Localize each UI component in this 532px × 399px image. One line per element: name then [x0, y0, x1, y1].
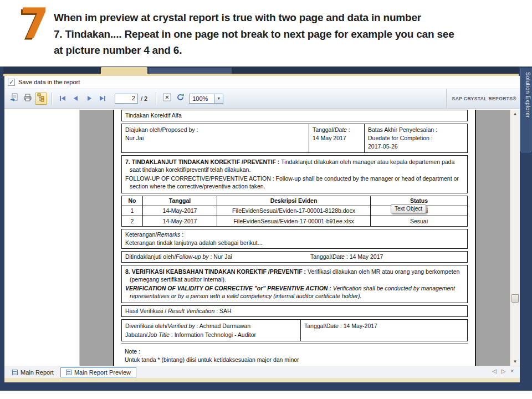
close-view-button[interactable] [161, 93, 173, 105]
note-block: Note : Untuk tanda * (bintang) diisi unt… [121, 346, 468, 365]
proposed-row: Diajukan oleh/Proposed by : Nur Jai Tang… [121, 124, 468, 153]
previous-page-button[interactable] [70, 93, 82, 105]
heading-line-1: When im preview at crystal report is tru… [54, 9, 505, 26]
current-page-input[interactable]: 2 [115, 94, 138, 104]
report-content: Tindakan Korektif Alfa Diajukan oleh/Pro… [121, 110, 468, 365]
save-data-checkbox[interactable]: ✓ [8, 79, 15, 86]
section7-indonesian: 7. TINDAKLANJUT TINDAKAN KOREKTIF /PREVE… [122, 157, 467, 175]
zoom-value[interactable]: 100% [189, 94, 214, 104]
report-page: Tindakan Korektif Alfa Diajukan oleh/Pro… [113, 110, 476, 366]
proposed-label: Diajukan oleh/Proposed by : [125, 126, 305, 134]
tab-main-report-preview[interactable]: Main Report Preview [60, 367, 136, 377]
group-tree-panel [4, 110, 80, 366]
remarks-label: Keterangan/Remarks : [125, 231, 464, 239]
table-row-1-no: 1 [122, 206, 143, 216]
verified-date-cell: Tanggal/Date : 14 May-2017 [300, 320, 467, 341]
date-label: Tanggal/Date : [313, 126, 361, 134]
scroll-up-arrow[interactable]: ▲ [510, 111, 520, 116]
print-button[interactable] [22, 93, 34, 105]
document-tab-inactive[interactable] [149, 68, 232, 74]
group-tree-icon [37, 93, 45, 104]
chevron-down-icon: ▼ [217, 96, 221, 100]
preview-area: Tindakan Korektif Alfa Diajukan oleh/Pro… [4, 110, 520, 366]
scrollbar-thumb[interactable] [511, 294, 519, 303]
scroll-down-arrow[interactable]: ▼ [510, 359, 520, 364]
proposed-cell: Diajukan oleh/Proposed by : Nur Jai [122, 124, 309, 152]
verified-by-cell: Diverifikasi oleh/Verified by : Achmad D… [122, 320, 300, 341]
slide: 7 When im preview at crystal report is t… [0, 0, 532, 399]
col-header-tanggal: Tanggal [143, 196, 217, 206]
section7-box: 7. TINDAKLANJUT TINDAKAN KOREKTIF /PREVE… [121, 155, 468, 193]
table-row-2-status: Sesuai [371, 216, 467, 226]
followup-by: Ditindaklanjuti oleh/Follow-up by : Nur … [125, 253, 232, 260]
tab-strip-nav-buttons[interactable]: ◁ ▷ × [492, 368, 515, 374]
report-icon [12, 370, 18, 375]
proposed-value: Nur Jai [125, 134, 305, 142]
zoom-dropdown-button[interactable]: ▼ [214, 94, 223, 104]
previous-page-icon [73, 94, 79, 104]
document-tab-bar [3, 66, 519, 74]
last-page-icon [99, 94, 106, 104]
viewer-toolbar: 2 / 2 100% ▼ SAP CRYSTAL REPORT [4, 88, 520, 109]
followup-row: Ditindaklanjuti oleh/Follow-up by : Nur … [121, 251, 468, 263]
next-page-icon [86, 94, 93, 104]
close-view-icon [163, 93, 171, 104]
slide-heading: When im preview at crystal report is tru… [54, 9, 505, 59]
print-icon [23, 93, 32, 104]
section8-indonesian: 8. VERIFIKASI KEABSAHAN TINDAKAN KOREKTI… [122, 267, 467, 285]
due-value: 2017-05-26 [368, 142, 464, 151]
heading-line-2: 7. Tindakan.... Repeat in one page not b… [54, 26, 505, 43]
table-row-2-tanggal: 14-May-2017 [143, 216, 217, 226]
report-title-row: Tindakan Korektif Alfa [121, 110, 468, 121]
vertical-scrollbar[interactable]: ▲ ▼ [510, 110, 520, 366]
sap-crystal-reports-brand: SAP CRYSTAL REPORTS® [446, 89, 516, 108]
first-page-icon [59, 94, 66, 104]
proposed-date-cell: Tanggal/Date : 14 May 2017 [309, 124, 364, 152]
tab-main-report[interactable]: Main Report [7, 367, 59, 377]
duedate-cell: Batas Akhir Penyelesaian : Duedate for C… [364, 124, 467, 152]
toggle-group-tree-button[interactable] [35, 93, 47, 105]
zoom-combo[interactable]: 100% ▼ [189, 94, 223, 104]
table-row-2-deskripsi: FileEvidenSesuai/Eviden-17-00001-b91ee.x… [217, 216, 371, 226]
table-row-2-no: 2 [122, 216, 143, 226]
viewer-content: ✓ Save data in the report [4, 76, 520, 382]
verified-jabatan: Jabatan/Job Title : Information Technolo… [125, 330, 297, 339]
note-text: Untuk tanda * (bintang) diisi untuk keti… [125, 356, 464, 364]
hasil-verifikasi-row: Hasil Verifikasi / Result Verification :… [121, 305, 468, 317]
refresh-button[interactable] [174, 93, 186, 105]
save-data-label: Save data in the report [18, 79, 80, 85]
right-rail: Solution Explorer [520, 66, 532, 391]
col-header-no: No [122, 196, 143, 206]
table-row-1-tanggal: 14-May-2017 [143, 206, 217, 216]
tab-main-report-label: Main Report [21, 369, 54, 376]
next-page-button[interactable] [83, 93, 95, 105]
col-header-deskripsi: Deskripsi Eviden [217, 196, 371, 206]
toolbar-separator [52, 93, 52, 105]
table-row-1-deskripsi: FileEvidenSesuai/Eviden-17-00001-8128b.d… [217, 206, 371, 216]
verified-row: Diverifikasi oleh/Verified by : Achmad D… [121, 319, 468, 341]
export-button[interactable] [8, 93, 21, 105]
note-separator [121, 344, 468, 344]
due-label-1: Batas Akhir Penyelesaian : [368, 126, 464, 134]
preview-canvas: Tindakan Korektif Alfa Diajukan oleh/Pro… [80, 110, 510, 366]
followup-date: Tanggal/Date : 14 May 2017 [310, 253, 383, 261]
section8-english: VERIFICATION OF VALIDITY OF CORRECTIVE "… [122, 285, 467, 301]
designer-tab-strip: Main Report Main Report Preview ◁ ▷ × [4, 366, 520, 378]
save-data-row: ✓ Save data in the report [4, 76, 520, 88]
step-number: 7 [20, 1, 49, 45]
last-page-button[interactable] [96, 93, 109, 105]
date-value: 14 May 2017 [313, 134, 361, 142]
page-total-label: / 2 [141, 95, 147, 102]
crystal-reports-window: ✓ Save data in the report [0, 66, 532, 391]
document-tab-active[interactable] [101, 67, 147, 74]
tab-main-report-preview-label: Main Report Preview [74, 369, 131, 376]
solution-explorer-tab[interactable]: Solution Explorer [520, 68, 531, 152]
section7-english: FOLLOW-UP OF CORRECTIVE/PREVENTIVE ACTIO… [122, 175, 467, 192]
toolbar-separator [156, 93, 156, 105]
report-preview-icon [66, 370, 71, 375]
verified-by: Diverifikasi oleh/Verified by : Achmad D… [125, 321, 297, 330]
remarks-box: Keterangan/Remarks : Keterangan tindak l… [121, 229, 468, 249]
first-page-button[interactable] [57, 93, 69, 105]
export-icon [10, 93, 19, 104]
heading-line-3: at picture number 4 and 6. [54, 42, 505, 59]
